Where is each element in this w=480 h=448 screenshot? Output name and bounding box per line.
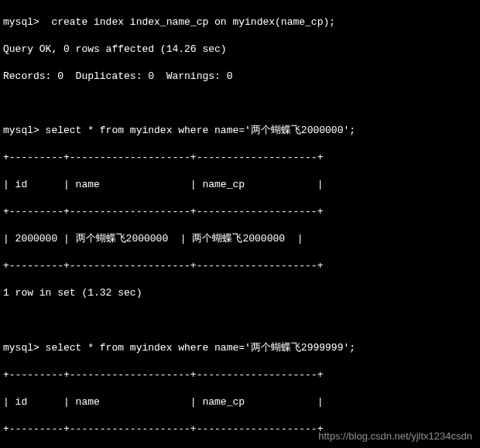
blank [3, 97, 477, 111]
mysql-terminal: mysql> create index index_name_cp on myi… [0, 0, 480, 448]
query1-header: | id | name | name_cp | [3, 178, 477, 192]
create-index-command: mysql> create index index_name_cp on myi… [3, 15, 477, 29]
query2-header: | id | name | name_cp | [3, 395, 477, 409]
create-index-result2: Records: 0 Duplicates: 0 Warnings: 0 [3, 70, 477, 84]
query1-sep-bot: +---------+--------------------+--------… [3, 259, 477, 273]
query1-row: | 2000000 | 两个蝴蝶飞2000000 | 两个蝴蝶飞2000000 … [3, 232, 477, 246]
query1-sep-top: +---------+--------------------+--------… [3, 151, 477, 165]
query2-command: mysql> select * from myindex where name=… [3, 341, 477, 355]
create-index-result1: Query OK, 0 rows affected (14.26 sec) [3, 43, 477, 56]
query1-command: mysql> select * from myindex where name=… [3, 124, 477, 138]
query2-sep-top: +---------+--------------------+--------… [3, 368, 477, 382]
blank [3, 314, 477, 328]
query1-sep-mid: +---------+--------------------+--------… [3, 205, 477, 219]
query2-sep-mid: +---------+--------------------+--------… [3, 422, 477, 436]
query1-footer: 1 row in set (1.32 sec) [3, 286, 477, 300]
